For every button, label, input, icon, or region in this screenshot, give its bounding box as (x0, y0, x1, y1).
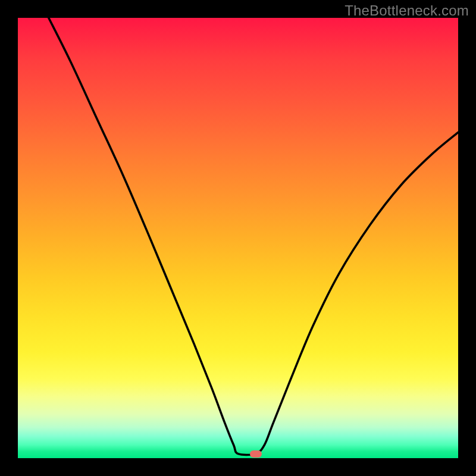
optimum-marker (250, 450, 262, 458)
plot-area (18, 18, 458, 458)
curve-path (49, 18, 458, 455)
watermark-text: TheBottleneck.com (345, 2, 469, 19)
bottleneck-curve (18, 18, 458, 458)
chart-container: TheBottleneck.com (0, 0, 476, 476)
